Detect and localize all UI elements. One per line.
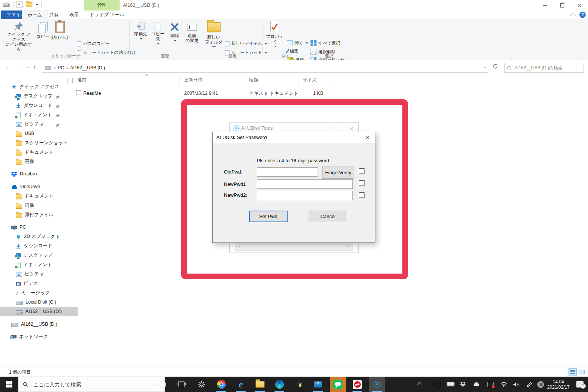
new-pwd1-input[interactable] — [257, 180, 353, 189]
sidebar-item-onedrive-images[interactable]: 画像 — [0, 201, 78, 210]
sidebar-item-screenshots[interactable]: スクリーンショット — [0, 138, 78, 148]
breadcrumb-drive[interactable]: AI162__USB (D:) — [70, 65, 105, 70]
file-explorer-taskbar-button[interactable] — [252, 377, 268, 392]
new-pwd1-checkbox[interactable] — [359, 180, 364, 186]
sidebar-item-pc[interactable]: PC — [0, 223, 73, 232]
sidebar-item-usb-folder[interactable]: USB — [0, 129, 78, 138]
sidebar-item-videos[interactable]: ビデオ — [0, 279, 78, 288]
sidebar-item-pc-downloads[interactable]: ダウンロード — [0, 241, 78, 251]
explorer-search[interactable] — [504, 63, 584, 73]
explorer-search-input[interactable] — [514, 65, 581, 71]
copy-path-button[interactable]: パスのコピー — [77, 41, 110, 46]
select-all-checkbox[interactable] — [68, 78, 73, 83]
sidebar-item-attachments[interactable]: 添付ファイル — [0, 210, 78, 220]
column-header-name[interactable]: 名前 — [78, 77, 87, 83]
breadcrumb-pc[interactable]: PC — [58, 65, 64, 70]
rename-button[interactable]: 名前の変更 — [184, 22, 200, 43]
taskbar-clock[interactable]: 14:04 2021/02/17 — [545, 377, 572, 392]
old-pwd-checkbox[interactable] — [359, 168, 364, 174]
finger-verify-button[interactable]: FingerVerify — [322, 166, 354, 179]
tab-drive-tools[interactable]: ドライブ ツール — [84, 10, 130, 19]
sidebar-item-dropbox[interactable]: Dropbox — [0, 169, 73, 179]
qat-customize-button[interactable] — [36, 4, 38, 6]
minimize-button[interactable] — [536, 0, 554, 10]
new-folder-qat-button[interactable] — [26, 2, 32, 7]
delete-button[interactable]: 削除 — [167, 22, 182, 43]
breadcrumb[interactable]: › PC › AI162__USB (D:) — [42, 63, 488, 73]
sidebar-item-music[interactable]: ♪ミュージック — [0, 288, 78, 298]
tray-pen-button[interactable] — [524, 377, 535, 392]
properties-qat-button[interactable]: ✓ — [16, 1, 23, 8]
trend-micro-taskbar-button[interactable] — [350, 377, 365, 392]
column-header-type[interactable]: 種類 — [249, 77, 258, 83]
tray-battery-button[interactable] — [444, 377, 456, 392]
dialog-close-button[interactable] — [359, 132, 375, 143]
column-header-size[interactable]: サイズ — [303, 77, 316, 83]
sidebar-item-pc-documents[interactable]: ドキュメント — [0, 260, 78, 269]
tab-view[interactable]: 表示 — [64, 10, 84, 19]
start-button[interactable] — [0, 377, 18, 392]
back-button[interactable]: ← — [5, 64, 11, 70]
tray-display-button[interactable] — [431, 377, 442, 392]
cube-app-taskbar-button[interactable] — [291, 377, 307, 392]
tray-wifi-button[interactable] — [498, 377, 509, 392]
restore-button[interactable] — [554, 0, 571, 10]
details-view-button[interactable] — [568, 368, 577, 376]
sidebar-item-3d-objects[interactable]: 3D オブジェクト — [0, 232, 78, 241]
new-item-button[interactable]: 新しいアイテム — [225, 41, 267, 46]
new-pwd2-checkbox[interactable] — [359, 192, 364, 198]
sidebar-item-documents[interactable]: ドキュメント — [0, 110, 78, 120]
edge-taskbar-button[interactable] — [272, 377, 287, 392]
sidebar-item-pc-pictures[interactable]: ピクチャ — [0, 269, 78, 279]
old-pwd-input[interactable] — [257, 167, 318, 177]
sidebar-item-network[interactable]: ネットワーク — [0, 332, 73, 341]
settings-button[interactable] — [194, 377, 209, 392]
help-icon[interactable]: ? — [579, 12, 586, 18]
sidebar-item-downloads[interactable]: ダウンロード — [0, 101, 78, 110]
line-taskbar-button[interactable] — [330, 377, 346, 392]
copy-button[interactable]: コピー — [35, 22, 50, 39]
tray-volume-button[interactable] — [510, 377, 522, 392]
recent-locations-button[interactable] — [27, 67, 29, 68]
refresh-button[interactable] — [492, 63, 498, 70]
new-pwd2-input[interactable] — [257, 191, 353, 200]
taskbar-search[interactable] — [18, 377, 165, 392]
move-to-button[interactable]: 移動先 — [132, 22, 149, 41]
sidebar-item-local-disk-c[interactable]: Local Disk (C:) — [0, 298, 78, 307]
tab-manage-context[interactable]: 管理 — [84, 0, 120, 10]
taskbar-search-input[interactable] — [33, 381, 160, 388]
tray-onedrive-button[interactable] — [471, 377, 482, 392]
column-header-modified[interactable]: 更新日時 — [184, 77, 202, 83]
sidebar-item-usb-drive-selected[interactable]: AI162__USB (D:) — [0, 307, 78, 316]
new-folder-button[interactable]: 新しいフォルダー — [204, 21, 224, 49]
cancel-button[interactable]: Cancel — [309, 211, 347, 222]
open-button[interactable]: 開く — [287, 40, 308, 46]
notification-center-button[interactable]: 1 — [573, 377, 586, 392]
sidebar-item-pictures[interactable]: ピクチャ — [0, 120, 78, 129]
cortana-button[interactable] — [154, 377, 170, 392]
tray-security-button[interactable] — [484, 377, 496, 392]
select-all-button[interactable]: すべて選択 — [310, 40, 340, 46]
scroll-left-icon[interactable]: ‹ — [239, 243, 240, 249]
tools-minimize-button[interactable] — [311, 123, 324, 133]
forward-button[interactable]: → — [16, 64, 22, 70]
tray-overflow-button[interactable] — [414, 377, 425, 392]
tray-dropbox-button[interactable] — [457, 377, 468, 392]
tray-remove-hardware-button[interactable] — [536, 377, 546, 392]
set-pwd-button[interactable]: Set Pwd — [249, 211, 288, 222]
close-button[interactable] — [571, 0, 588, 10]
udisk-tools-taskbar-button[interactable] — [369, 377, 385, 392]
sidebar-item-onedrive[interactable]: OneDrive — [0, 182, 73, 192]
chrome-taskbar-button[interactable] — [213, 377, 229, 392]
task-view-button[interactable] — [173, 377, 189, 392]
sidebar-item-documents-folder[interactable]: ドキュメント — [0, 148, 78, 157]
scroll-right-icon[interactable]: › — [348, 243, 350, 249]
tab-share[interactable]: 共有 — [44, 10, 64, 19]
tools-scrollbar[interactable]: ‹ › — [236, 242, 353, 251]
file-row-readme[interactable]: ReadMe 2007/10/12 9:41 テキスト ドキュメント 1 KB — [62, 88, 344, 98]
address-dropdown-button[interactable] — [484, 67, 486, 68]
sidebar-item-usb-drive[interactable]: AI162__USB (D:) — [0, 320, 73, 329]
paste-button[interactable]: 貼り付け — [51, 21, 69, 40]
sidebar-item-images-folder[interactable]: 画像 — [0, 157, 78, 166]
internet-explorer-taskbar-button[interactable]: e — [233, 377, 249, 392]
